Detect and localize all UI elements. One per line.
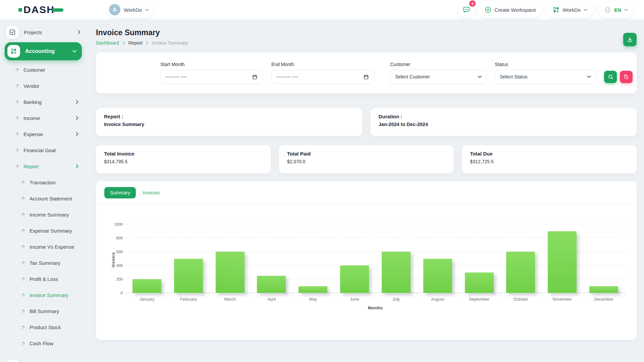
tab-invoices[interactable]: Invoices — [143, 190, 160, 195]
chevron-right-icon — [75, 165, 79, 168]
sidebar-item-invoice-summary[interactable]: Invoice Summary — [0, 287, 87, 303]
gridline-1000 — [126, 224, 625, 224]
sidebar-item-vendor[interactable]: Vendor — [0, 78, 87, 94]
status-select-value: Select Status — [500, 74, 587, 79]
x-tick-label-october: October — [513, 297, 528, 302]
x-tick-label-june: June — [350, 297, 359, 302]
chevron-right-icon — [75, 133, 79, 135]
sidebar-item-expense-summary[interactable]: Expense Summary — [0, 223, 87, 239]
workspace-menu-button[interactable]: WorkDo — [547, 2, 593, 17]
sidebar-item-account-statement[interactable]: Account Statement — [0, 190, 87, 206]
total-paid-card: Total Paid $2,070.0 — [279, 145, 454, 173]
start-month-input[interactable]: --------- ---- — [160, 70, 263, 84]
status-label: Status — [495, 62, 596, 67]
duration-card: Duration : Jan-2024 to Dec-2024 — [371, 108, 637, 136]
x-axis-tick — [625, 293, 625, 295]
bar-december — [589, 286, 618, 293]
bar-september — [465, 273, 494, 293]
bar-july — [382, 252, 411, 293]
bar-february — [174, 259, 203, 293]
x-axis-tick — [292, 293, 292, 295]
customer-label: Customer — [390, 62, 487, 67]
sidebar-item-expense[interactable]: Expense — [0, 126, 87, 142]
x-tick-label-may: May — [309, 297, 317, 302]
sidebar-item-income-vs-expense[interactable]: Income Vs Expense — [0, 239, 87, 255]
chevron-right-icon — [75, 117, 79, 119]
bullet-icon — [21, 213, 25, 217]
chevron-right-icon — [75, 101, 79, 103]
page-title: Invoice Summary — [96, 28, 188, 37]
bullet-icon — [15, 164, 19, 169]
download-report-button[interactable] — [623, 33, 637, 46]
sidebar-nav: ProjectsAccountingCustomerVendorBankingI… — [0, 19, 87, 362]
workspace-name: WorkDo — [124, 7, 142, 13]
language-code: EN — [614, 7, 621, 13]
status-select[interactable]: Select Status — [495, 70, 596, 84]
sidebar-item-financial-goal[interactable]: Financial Goal — [0, 142, 87, 158]
customer-select[interactable]: Select Customer — [390, 70, 487, 84]
x-axis-tick — [459, 293, 459, 295]
sidebar-item-income-summary[interactable]: Income Summary — [0, 206, 87, 223]
bar-june — [340, 265, 369, 293]
bullet-icon — [21, 325, 25, 329]
sidebar-item-banking[interactable]: Banking — [0, 94, 87, 110]
bullet-icon — [21, 196, 25, 201]
duration-value: Jan-2024 to Dec-2024 — [379, 122, 629, 127]
sidebar-item-report[interactable]: Report — [0, 158, 87, 174]
sidebar-item-bill-summary[interactable]: Bill Summary — [0, 303, 87, 319]
chevron-right-icon — [122, 41, 125, 45]
create-workspace-label: Create Workspace — [494, 7, 536, 13]
download-icon — [627, 36, 633, 43]
invoice-bar-chart: Invoice Months 02004006008001000JanuaryF… — [96, 204, 637, 328]
bar-november — [548, 231, 577, 293]
chevron-right-icon — [77, 31, 81, 34]
total-invoice-value: $314,795.5 — [104, 159, 263, 164]
sidebar-item-profit-loss[interactable]: Profit & Loss — [0, 271, 87, 287]
chart-plot-area: Months 02004006008001000JanuaryFebruaryM… — [126, 224, 625, 293]
workspace-selector[interactable]: WorkDo — [107, 2, 154, 17]
sidebar-item-transaction[interactable]: Transaction — [0, 174, 87, 190]
sidebar-item-customer[interactable]: Customer — [0, 62, 87, 78]
chart-y-axis-label: Invoice — [111, 252, 116, 267]
x-tick-label-march: March — [224, 297, 236, 302]
bullet-icon — [21, 229, 25, 233]
apply-filter-button[interactable] — [604, 71, 617, 83]
total-paid-value: $2,070.0 — [287, 159, 446, 164]
sidebar-item-product-stock[interactable]: Product Stock — [0, 319, 87, 335]
dash-logo[interactable]: DASH — [18, 5, 63, 15]
y-tick-label-1000: 1000 — [114, 222, 123, 226]
x-tick-label-august: August — [431, 297, 444, 302]
breadcrumb-dashboard[interactable]: Dashboard — [96, 40, 119, 46]
workspace-menu-label: WorkDo — [562, 7, 581, 13]
end-month-input[interactable]: --------- ---- — [271, 70, 374, 84]
y-tick-label-200: 200 — [116, 277, 123, 281]
sidebar-item-income[interactable]: Income — [0, 110, 87, 126]
chevron-down-icon — [587, 75, 591, 78]
reset-filter-button[interactable] — [620, 71, 633, 83]
x-axis-tick — [168, 293, 168, 295]
logo-text: DASH — [23, 5, 55, 15]
sidebar-item-cash-flow[interactable]: Cash Flow — [0, 335, 87, 351]
total-due-label: Total Due — [470, 151, 629, 157]
breadcrumb-current: Invoice Summary — [152, 40, 188, 46]
sidebar-item-hrm[interactable]: HRM — [0, 357, 87, 362]
chart-card: Summary Invoices Invoice Months 02004006… — [96, 181, 637, 340]
chevron-down-icon — [478, 75, 482, 78]
sidebar-item-accounting[interactable]: Accounting — [5, 42, 82, 60]
duration-label: Duration : — [379, 114, 629, 119]
tab-summary[interactable]: Summary — [104, 187, 136, 198]
main-content: Invoice Summary Dashboard Report Invoice… — [87, 19, 644, 362]
sidebar-item-projects[interactable]: Projects — [0, 23, 87, 41]
breadcrumb-report[interactable]: Report — [128, 40, 143, 46]
create-workspace-button[interactable]: Create Workspace — [479, 2, 542, 17]
chevron-down-icon — [624, 9, 628, 11]
checkbox-icon — [6, 26, 19, 39]
customer-select-value: Select Customer — [395, 74, 478, 79]
sidebar-item-tax-summary[interactable]: Tax Summary — [0, 255, 87, 271]
bullet-icon — [15, 68, 19, 72]
x-axis-tick — [541, 293, 542, 295]
chevron-down-icon — [584, 9, 587, 11]
language-selector[interactable]: EN — [598, 2, 634, 17]
chart-x-axis-label: Months — [368, 306, 383, 310]
messages-button[interactable]: 0 — [459, 2, 474, 17]
